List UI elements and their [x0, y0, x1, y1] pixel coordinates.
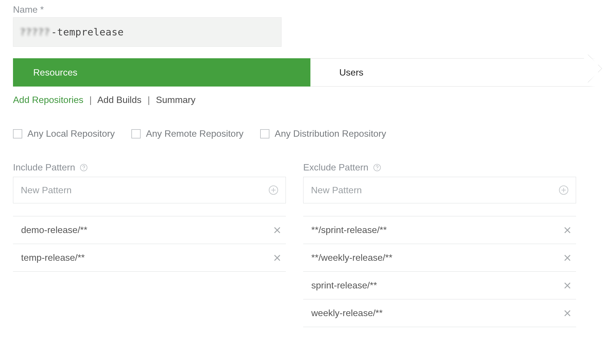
subnav-summary[interactable]: Summary — [156, 95, 195, 105]
name-value-hidden-prefix: ????? — [20, 26, 50, 38]
include-pattern-heading: Include Pattern — [13, 162, 75, 173]
list-item: **/sprint-release/** — [303, 216, 576, 244]
include-pattern-label-row: Include Pattern — [13, 162, 286, 173]
include-pattern-list: demo-release/** temp-release/** — [13, 216, 286, 272]
list-item: demo-release/** — [13, 216, 286, 244]
checkbox-any-local-repository[interactable]: Any Local Repository — [13, 128, 115, 139]
exclude-pattern-input-wrap — [303, 177, 576, 203]
exclude-pattern-list: **/sprint-release/** **/weekly-release/*… — [303, 216, 576, 327]
name-input[interactable]: ????? -temprelease — [13, 17, 282, 47]
close-icon[interactable] — [563, 281, 572, 290]
checkbox-box — [13, 129, 22, 138]
close-icon[interactable] — [563, 253, 572, 262]
pattern-text: sprint-release/** — [311, 280, 377, 291]
patterns-columns: Include Pattern demo-release/** — [13, 162, 598, 327]
subnav: Add Repositories | Add Builds | Summary — [13, 95, 598, 105]
name-label: Name * — [13, 4, 598, 15]
close-icon[interactable] — [273, 253, 282, 262]
help-icon[interactable] — [80, 164, 88, 172]
include-pattern-input[interactable] — [20, 185, 268, 196]
name-value-suffix: -temprelease — [51, 26, 124, 38]
exclude-pattern-label-row: Exclude Pattern — [303, 162, 576, 173]
include-pattern-column: Include Pattern demo-release/** — [13, 162, 286, 272]
checkbox-box — [131, 129, 141, 138]
checkbox-label: Any Local Repository — [27, 128, 115, 139]
wizard-step-users[interactable]: Users — [310, 58, 598, 87]
exclude-pattern-heading: Exclude Pattern — [303, 162, 368, 173]
svg-point-1 — [83, 169, 84, 170]
list-item: **/weekly-release/** — [303, 244, 576, 272]
checkbox-any-remote-repository[interactable]: Any Remote Repository — [131, 128, 243, 139]
subnav-add-repositories[interactable]: Add Repositories — [13, 95, 83, 105]
subnav-add-builds[interactable]: Add Builds — [97, 95, 141, 105]
pattern-text: **/weekly-release/** — [311, 252, 392, 263]
include-pattern-input-wrap — [13, 177, 286, 203]
checkbox-any-distribution-repository[interactable]: Any Distribution Repository — [260, 128, 386, 139]
exclude-pattern-input[interactable] — [310, 185, 558, 196]
wizard-step-resources[interactable]: Resources — [13, 58, 310, 87]
wizard-steps: Resources Users — [13, 58, 598, 87]
wizard-step-label: Resources — [33, 67, 77, 78]
list-item: weekly-release/** — [303, 299, 576, 327]
name-field-block: Name * ????? -temprelease — [13, 4, 598, 47]
subnav-sep: | — [148, 95, 150, 105]
wizard-step-label: Users — [339, 67, 364, 78]
checkbox-label: Any Remote Repository — [146, 128, 243, 139]
pattern-text: temp-release/** — [21, 252, 85, 263]
close-icon[interactable] — [563, 309, 572, 318]
close-icon[interactable] — [563, 226, 572, 235]
close-icon[interactable] — [273, 226, 282, 235]
plus-circle-icon[interactable] — [268, 185, 279, 195]
pattern-text: **/sprint-release/** — [311, 225, 387, 235]
pattern-text: weekly-release/** — [311, 308, 383, 318]
plus-circle-icon[interactable] — [558, 185, 569, 195]
pattern-text: demo-release/** — [21, 225, 87, 235]
list-item: temp-release/** — [13, 244, 286, 272]
checkbox-label: Any Distribution Repository — [275, 128, 386, 139]
svg-point-10 — [377, 169, 377, 170]
checkbox-box — [260, 129, 269, 138]
repo-scope-row: Any Local Repository Any Remote Reposito… — [13, 128, 598, 139]
list-item: sprint-release/** — [303, 272, 576, 299]
help-icon[interactable] — [373, 164, 381, 172]
exclude-pattern-column: Exclude Pattern **/sprint-release/** — [303, 162, 576, 327]
subnav-sep: | — [90, 95, 92, 105]
